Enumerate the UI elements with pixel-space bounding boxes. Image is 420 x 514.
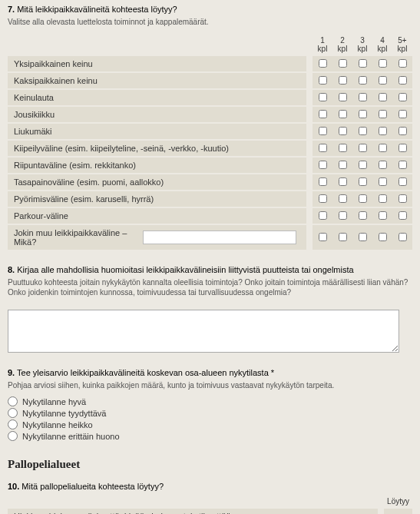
q7-checkbox[interactable]	[399, 110, 407, 118]
q8-textarea[interactable]	[8, 310, 399, 353]
q10-col-loytyy: Löytyy	[384, 496, 412, 507]
q7-checkbox[interactable]	[319, 177, 327, 186]
q7-checkbox[interactable]	[339, 93, 347, 101]
q9-option[interactable]: Nykytilanne erittäin huono	[8, 431, 412, 441]
q7-row-label: Liukumäki	[8, 124, 306, 139]
q7-checkbox[interactable]	[319, 161, 327, 169]
q7-checkbox[interactable]	[339, 211, 347, 220]
q7-checkbox-cell	[372, 124, 392, 139]
q7-checkbox[interactable]	[359, 194, 367, 203]
q7-checkbox-cell	[392, 90, 412, 105]
q7-checkbox[interactable]	[379, 161, 387, 169]
q7-checkbox[interactable]	[399, 177, 407, 186]
q7-checkbox[interactable]	[339, 194, 347, 203]
q7-checkbox[interactable]	[339, 233, 347, 241]
q9-option[interactable]: Nykytilanne tyydyttävä	[8, 408, 412, 418]
q7-checkbox-cell	[372, 56, 392, 71]
q7-checkbox[interactable]	[339, 177, 347, 186]
q7-checkbox[interactable]	[379, 233, 387, 241]
q7-checkbox[interactable]	[339, 127, 347, 135]
q7-checkbox[interactable]	[379, 59, 387, 68]
q9-radio[interactable]	[8, 419, 18, 429]
q7-checkbox[interactable]	[399, 59, 407, 68]
q8-number: 8.	[8, 265, 15, 274]
q7-checkbox[interactable]	[359, 76, 367, 85]
q7-checkbox-cell	[392, 73, 412, 88]
q9-option-label: Nykytilanne hyvä	[22, 397, 86, 406]
q7-checkbox-cell	[372, 174, 392, 190]
q7-checkbox[interactable]	[359, 233, 367, 241]
q7-other-input[interactable]	[143, 230, 296, 244]
q7-checkbox[interactable]	[359, 161, 367, 169]
q7-checkbox[interactable]	[399, 161, 407, 169]
q7-checkbox-cell	[352, 56, 372, 71]
q7-checkbox[interactable]	[399, 144, 407, 152]
q7-hint: Valitse alla olevasta luettelosta toimin…	[8, 17, 412, 27]
q7-checkbox-cell	[352, 124, 372, 139]
q7-checkbox[interactable]	[399, 93, 407, 101]
q7-checkbox[interactable]	[319, 211, 327, 220]
q7-checkbox[interactable]	[379, 127, 387, 135]
q7-checkbox[interactable]	[399, 211, 407, 220]
q7-row: Jousikiikku	[8, 107, 412, 122]
q7-checkbox[interactable]	[359, 127, 367, 135]
q7-checkbox[interactable]	[359, 144, 367, 152]
q7-checkbox[interactable]	[379, 144, 387, 152]
q7-checkbox-cell	[372, 208, 392, 224]
q7-row: Tasapainoväline (esim. puomi, aallokko)	[8, 174, 412, 190]
q7-checkbox-cell	[352, 158, 372, 173]
q7-checkbox-cell	[392, 56, 412, 71]
q7-checkbox[interactable]	[359, 110, 367, 118]
q7-checkbox-cell	[392, 107, 412, 122]
q7-checkbox[interactable]	[319, 59, 327, 68]
q7-row-label: Tasapainoväline (esim. puomi, aallokko)	[8, 174, 306, 190]
q7-checkbox[interactable]	[399, 127, 407, 135]
q7-checkbox[interactable]	[339, 110, 347, 118]
q7-checkbox[interactable]	[339, 76, 347, 85]
q7-checkbox[interactable]	[379, 194, 387, 203]
q7-checkbox[interactable]	[319, 93, 327, 101]
q7-checkbox-cell	[313, 90, 332, 105]
q9-option-label: Nykytilanne erittäin huono	[22, 432, 120, 441]
q7-checkbox[interactable]	[319, 110, 327, 118]
q7-checkbox-cell	[352, 174, 372, 190]
q7-checkbox-cell	[372, 191, 392, 207]
q7-checkbox[interactable]	[319, 233, 327, 241]
q7-checkbox-cell	[352, 208, 372, 224]
q7-checkbox[interactable]	[379, 110, 387, 118]
q7-checkbox[interactable]	[319, 144, 327, 152]
q7-checkbox-cell	[313, 56, 332, 71]
q7-checkbox[interactable]	[359, 59, 367, 68]
q9-option[interactable]: Nykytilanne heikko	[8, 419, 412, 429]
q7-checkbox[interactable]	[319, 194, 327, 203]
q7-checkbox[interactable]	[399, 194, 407, 203]
q7-checkbox[interactable]	[359, 177, 367, 186]
q7-checkbox-cell	[313, 141, 332, 156]
q7-checkbox[interactable]	[399, 233, 407, 241]
q7-checkbox-cell	[332, 90, 352, 105]
q9-radio[interactable]	[8, 431, 18, 441]
q9-radio[interactable]	[8, 408, 18, 418]
q9-radio[interactable]	[8, 396, 18, 406]
q7-checkbox-cell	[392, 158, 412, 173]
q7-row: Kiipeilyväline (esim. kiipeilyteline, -s…	[8, 141, 412, 156]
q7-checkbox[interactable]	[319, 127, 327, 135]
q7-checkbox[interactable]	[339, 161, 347, 169]
q9-option[interactable]: Nykytilanne hyvä	[8, 396, 412, 406]
q7-checkbox[interactable]	[399, 76, 407, 85]
q7-checkbox-cell	[332, 141, 352, 156]
q7-row-label: Pyörimisväline (esim. karuselli, hyrrä)	[8, 191, 306, 207]
q7-checkbox[interactable]	[339, 144, 347, 152]
q7-checkbox[interactable]	[319, 76, 327, 85]
q7-checkbox[interactable]	[379, 177, 387, 186]
q7-checkbox[interactable]	[379, 93, 387, 101]
q7-col-1: 1kpl	[313, 35, 332, 55]
q7-checkbox[interactable]	[379, 211, 387, 220]
q7-checkbox[interactable]	[379, 76, 387, 85]
q7-checkbox[interactable]	[359, 93, 367, 101]
q7-checkbox[interactable]	[359, 211, 367, 220]
q9-option-label: Nykytilanne heikko	[22, 420, 93, 429]
q10-row: Hiekkapohjainen pallokenttä. Lisää oheis…	[8, 509, 412, 514]
q7-checkbox-cell	[313, 174, 332, 190]
q7-checkbox[interactable]	[339, 59, 347, 68]
